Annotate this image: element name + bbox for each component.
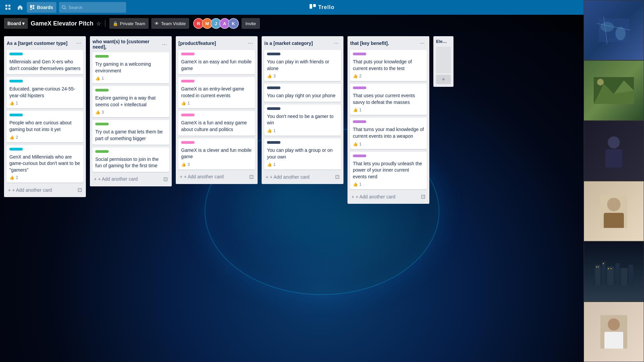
svg-rect-37: [610, 268, 612, 269]
card-c5-3[interactable]: That turns your mad knowledge of current…: [350, 118, 427, 149]
archive-icon[interactable]: ⊡: [335, 174, 339, 180]
svg-rect-31: [621, 268, 627, 285]
svg-point-39: [608, 318, 620, 330]
card-c3-4[interactable]: GameX is a clever and fun mobile game 👍 …: [178, 138, 255, 170]
card-c3-3[interactable]: GameX is a fun and easy game about cultu…: [178, 111, 255, 135]
video-tile-3[interactable]: [584, 121, 644, 181]
private-team-button[interactable]: 🔒 Private Team: [109, 18, 149, 29]
card-c2-1[interactable]: Try gaming in a welcoming environment 👍 …: [93, 52, 169, 83]
add-card-label: + Add another card: [184, 174, 224, 179]
board-view-button[interactable]: Board ▾: [4, 18, 28, 29]
grid-icon[interactable]: [3, 2, 13, 13]
svg-point-20: [597, 79, 604, 85]
list-key-benefit: that [key benefit]. ··· That puts your k…: [347, 36, 429, 204]
card-label: [181, 80, 195, 82]
card-c5-1[interactable]: That puts your knowledge of current even…: [350, 50, 427, 81]
card-footer: 👍 1: [95, 76, 166, 81]
card-c2-2[interactable]: Explore gaming in a way that seems cool …: [93, 86, 169, 117]
video-tile-6[interactable]: [584, 302, 644, 362]
card-c4-2[interactable]: You can play right on your phone: [264, 84, 341, 102]
divider: [105, 20, 105, 27]
list-1-header: As a [target customer type] ···: [7, 39, 83, 47]
card-c1-2[interactable]: Educated, game-curious 24-55-year-old hi…: [7, 77, 83, 108]
video-tile-bg-5: [584, 242, 644, 301]
add-list-button[interactable]: +: [436, 75, 451, 84]
invite-button[interactable]: Invite: [241, 18, 260, 29]
svg-rect-3: [8, 8, 10, 10]
card-c5-2[interactable]: That uses your current events savvy to d…: [350, 84, 427, 115]
card-label: [95, 123, 109, 125]
search-bar[interactable]: [59, 2, 126, 13]
card-c2-4[interactable]: Social permission to join in the fun of …: [93, 147, 169, 172]
card-text: GameX is an entry-level game rooted in c…: [181, 86, 252, 99]
card-c4-3[interactable]: You don't need to be a gamer to win 👍 1: [264, 105, 341, 136]
card-label: [95, 150, 109, 153]
svg-point-21: [608, 136, 620, 148]
list-3-menu-button[interactable]: ···: [246, 39, 255, 47]
card-c1-3[interactable]: People who are curious about gaming but …: [7, 111, 83, 142]
card-footer: 👍 2: [353, 74, 424, 78]
list-target-customer: As a [target customer type] ··· Millenni…: [4, 36, 86, 197]
svg-rect-35: [603, 263, 604, 264]
card-c1-1[interactable]: Millennials and Gen X-ers who don't cons…: [7, 50, 83, 74]
video-tile-bg-1: [584, 0, 644, 60]
card-c3-1[interactable]: GameX is an easy and fun mobile game: [178, 50, 255, 74]
card-votes: 👍 1: [9, 101, 18, 106]
archive-icon[interactable]: ⊡: [163, 176, 168, 182]
card-c4-4[interactable]: You can play with a group or on your own…: [264, 138, 341, 170]
list-2-title: who want(s) to [customer need],: [93, 39, 160, 50]
svg-rect-7: [30, 9, 32, 10]
add-card-label: + Add another card: [98, 176, 138, 182]
add-card-button-list-2[interactable]: + + Add another card ⊡: [93, 175, 169, 184]
add-card-label: + Add another card: [270, 174, 310, 180]
card-label: [181, 114, 195, 116]
archive-icon[interactable]: ⊡: [421, 193, 425, 200]
plus-icon: +: [266, 174, 268, 180]
archive-icon[interactable]: ⊡: [77, 187, 82, 193]
list-customer-need: who want(s) to [customer need], ··· Try …: [90, 36, 172, 186]
list-2-menu-button[interactable]: ···: [160, 40, 169, 49]
add-card-button-list-1[interactable]: + + Add another card ⊡: [7, 185, 83, 194]
video-tile-4[interactable]: [584, 181, 644, 241]
list-5-menu-button[interactable]: ···: [418, 39, 427, 47]
private-team-label: Private Team: [120, 21, 146, 26]
card-c3-2[interactable]: GameX is an entry-level game rooted in c…: [178, 77, 255, 108]
card-text: GameX is an easy and fun mobile game: [181, 59, 252, 72]
video-tile-2[interactable]: [584, 60, 644, 121]
card-c1-4[interactable]: GenX and Millennials who are game-curiou…: [7, 145, 83, 183]
card-c2-3[interactable]: Try out a game that lets them be part of…: [93, 120, 169, 144]
add-card-button-list-3[interactable]: + + Add another card ⊡: [178, 172, 255, 181]
video-tile-5[interactable]: [584, 241, 644, 302]
card-c5-4[interactable]: That lets you proudly unleash the power …: [350, 152, 427, 190]
invite-label: Invite: [246, 21, 256, 26]
card-votes: 👍 1: [353, 108, 362, 112]
svg-rect-27: [595, 265, 600, 285]
add-card-button-list-4[interactable]: + + Add another card ⊡: [264, 172, 341, 181]
card-text: People who are curious about gaming but …: [9, 120, 80, 133]
boards-button[interactable]: Boards: [27, 2, 56, 13]
card-votes: 👍 1: [353, 142, 362, 146]
card-text: You can play in with friends or alone: [267, 59, 338, 72]
card-footer: 👍 1: [267, 162, 338, 167]
card-votes: 👍 2: [353, 74, 362, 78]
team-visible-button[interactable]: 👁 Team Visible: [151, 18, 189, 29]
card-c4-1[interactable]: You can play in with friends or alone 👍 …: [264, 50, 341, 81]
card-text: Explore gaming in a way that seems cool …: [95, 95, 166, 108]
card-label: [353, 155, 366, 157]
list-6-header: Ele…: [436, 39, 451, 44]
search-input[interactable]: [68, 5, 123, 10]
top-nav: Boards Trello U: [0, 0, 644, 15]
video-tile-1[interactable]: [584, 0, 644, 60]
home-icon[interactable]: [15, 2, 25, 13]
star-icon[interactable]: ☆: [96, 20, 101, 27]
list-4-menu-button[interactable]: ···: [332, 39, 341, 47]
avatar-5[interactable]: K: [228, 18, 239, 29]
add-card-button-list-5[interactable]: + + Add another card ⊡: [350, 192, 427, 201]
archive-icon[interactable]: ⊡: [249, 174, 254, 180]
card-label: [181, 53, 195, 55]
list-1-menu-button[interactable]: ···: [74, 39, 83, 47]
svg-rect-0: [5, 5, 7, 7]
card-label: [9, 148, 23, 150]
svg-rect-28: [602, 261, 605, 285]
svg-rect-1: [8, 5, 10, 7]
